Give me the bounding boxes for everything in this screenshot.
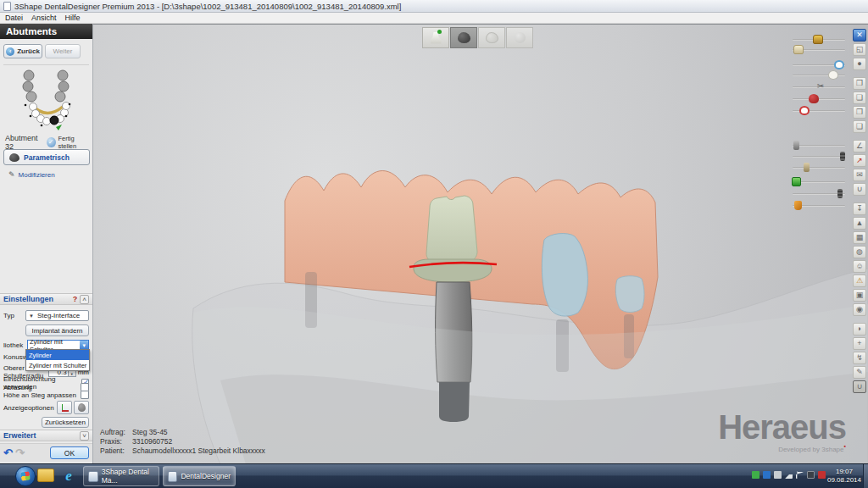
ok-button[interactable]: OK <box>50 446 89 459</box>
cut-tool-visibility-slider[interactable] <box>791 82 847 92</box>
warning-icon[interactable]: ⚠ <box>853 274 866 287</box>
selected-tooth-32-icon[interactable] <box>50 116 58 125</box>
implant-tan-visibility-slider[interactable] <box>791 163 847 173</box>
finish-label[interactable]: Fertig stellen <box>58 135 91 150</box>
clock[interactable]: 19:07 09.08.2014 <box>827 468 861 485</box>
finish-check-icon[interactable]: ✓ <box>47 137 56 147</box>
dropdown-option-zylinder-schulter[interactable]: Zylinder mit Schulter <box>26 360 89 370</box>
abutments-step-button[interactable] <box>422 27 449 48</box>
camera-icon[interactable]: ◉ <box>853 303 866 316</box>
menu-ansicht[interactable]: Ansicht <box>31 14 57 22</box>
parametric-button[interactable]: Parametrisch <box>3 149 90 165</box>
display-icon[interactable] <box>807 471 815 479</box>
notification-icon[interactable] <box>818 471 826 479</box>
tooth-red-visibility-slider[interactable] <box>791 94 847 104</box>
bluetooth-icon[interactable] <box>763 471 771 479</box>
measure-distance-icon[interactable]: ∠ <box>853 140 866 152</box>
collar-icon[interactable]: ◍ <box>853 246 866 258</box>
tooth-arch-diagram[interactable] <box>7 68 85 130</box>
fullscreen-icon[interactable]: ◱ <box>853 43 866 56</box>
3d-viewport[interactable]: ✕ ◱ ● ❐ ❏ ❐ ❏ ∠ ↗ ✉ ∪ ↧ ▲ ▦ ◍ ☺ ⚠ ▣ ◉ ◗ … <box>93 24 868 463</box>
back-button[interactable]: ‹ Zurück <box>3 44 42 58</box>
view-layout-2-icon[interactable]: ❏ <box>853 92 866 104</box>
tooth-blue-outline-icon[interactable] <box>834 60 844 69</box>
view-layout-3-icon[interactable]: ❐ <box>853 106 866 119</box>
tooth-outline-icon[interactable]: ∪ <box>853 183 866 196</box>
tooth-display-button[interactable] <box>74 401 89 414</box>
implant-screw-icon[interactable]: ↧ <box>853 202 866 215</box>
explorer-button[interactable] <box>37 469 54 482</box>
3d-scene[interactable] <box>93 25 868 463</box>
modify-link[interactable]: ✎ Modifizieren <box>8 170 55 179</box>
implant-green-visibility-slider[interactable] <box>791 177 847 187</box>
view-layout-4-icon[interactable]: ❏ <box>853 120 866 133</box>
crown-gold-visibility-slider[interactable] <box>791 35 847 45</box>
crown-gold-icon[interactable] <box>813 35 823 44</box>
abutment-right-blue[interactable] <box>542 234 587 317</box>
finish-step-button[interactable] <box>506 27 533 48</box>
next-button[interactable]: Weiter <box>45 44 81 58</box>
start-button[interactable] <box>15 466 36 486</box>
usb-icon[interactable] <box>774 471 782 479</box>
implant-tan-icon[interactable] <box>804 163 810 172</box>
patient-icon[interactable]: ☺ <box>853 260 866 273</box>
screw-dark-icon[interactable] <box>840 152 845 161</box>
change-implant-button[interactable]: Implantat ändern <box>25 324 89 336</box>
help-icon[interactable]: ? <box>73 295 78 303</box>
measure-angle-icon[interactable]: ↗ <box>853 154 866 167</box>
tray-app-icon[interactable] <box>752 471 760 479</box>
abutment-right-small-blue[interactable] <box>615 276 644 313</box>
redo-button[interactable]: ↷ <box>15 446 25 459</box>
view-layout-1-icon[interactable]: ❐ <box>853 77 866 90</box>
browser-button[interactable]: e <box>61 469 76 484</box>
screw-dark2-icon[interactable] <box>837 189 843 198</box>
move-arrows-icon[interactable]: + <box>853 337 866 350</box>
tooth-white-visibility-slider[interactable] <box>791 70 847 80</box>
orbit-icon[interactable]: ● <box>853 58 866 70</box>
tooth-red-outline-visibility-slider[interactable] <box>791 106 847 116</box>
tooth-white-icon[interactable] <box>828 70 838 80</box>
collapse-icon[interactable]: ˄ <box>80 295 89 304</box>
screw-dark2-visibility-slider[interactable] <box>791 189 847 199</box>
taskbar-app-dentaldesigner[interactable]: DentalDesigner <box>163 466 236 486</box>
implant-gray-visibility-slider[interactable] <box>791 141 847 151</box>
menu-hilfe[interactable]: Hilfe <box>65 14 81 22</box>
bar-frame-step-button[interactable] <box>450 27 477 48</box>
wireframe-icon[interactable]: ▦ <box>853 231 866 244</box>
brush-orange-visibility-slider[interactable] <box>791 201 847 211</box>
show-desktop-button[interactable] <box>863 464 868 488</box>
annotation-icon[interactable]: ✉ <box>853 169 866 181</box>
undo-button[interactable]: ↶ <box>3 446 13 459</box>
crown-step-button[interactable] <box>478 27 505 48</box>
axis-display-button[interactable] <box>57 401 72 414</box>
title-bar[interactable]: 3Shape DentalDesigner Premium 2013 - [D:… <box>0 0 868 13</box>
action-center-icon[interactable] <box>796 471 804 479</box>
network-icon[interactable] <box>785 471 793 479</box>
tooth-blue-outline-visibility-slider[interactable] <box>791 60 847 70</box>
tooth-red-outline-icon[interactable] <box>799 106 810 115</box>
paint-icon[interactable]: ✎ <box>853 366 866 379</box>
typ-dropdown[interactable]: ▼ Steg-Interface <box>25 310 89 321</box>
connector-icon[interactable]: ↯ <box>853 352 866 364</box>
hoehe-checkbox[interactable] <box>81 391 89 399</box>
tooth-red-icon[interactable] <box>809 94 819 103</box>
praxis-label: Praxis: <box>100 437 132 446</box>
tooth-dark-icon[interactable]: ◗ <box>853 323 866 336</box>
crown-cream-icon[interactable] <box>793 45 804 54</box>
taskbar-app-dental-manager[interactable]: 3Shape Dental Ma... <box>83 466 159 486</box>
preview-icon[interactable]: ▣ <box>853 289 866 302</box>
menu-datei[interactable]: Datei <box>5 14 23 22</box>
dropdown-option-zylinder[interactable]: Zylinder <box>26 350 89 360</box>
settings-header[interactable]: Einstellungen ? ˄ <box>0 293 92 305</box>
scissors-icon[interactable] <box>816 82 826 92</box>
close-icon[interactable]: ✕ <box>853 29 866 42</box>
crown-cream-visibility-slider[interactable] <box>791 45 847 55</box>
brush-orange-icon[interactable] <box>794 201 802 210</box>
implant-green-icon[interactable] <box>792 177 801 186</box>
reset-button[interactable]: Zurücksetzen <box>42 417 89 428</box>
implant-gray-icon[interactable] <box>793 141 799 150</box>
tooth-selected-icon[interactable]: ∪ <box>853 380 866 393</box>
advanced-header[interactable]: Erweitert ˅ <box>0 430 92 441</box>
model-surface-icon[interactable]: ▲ <box>853 217 866 230</box>
screw-dark-visibility-slider[interactable] <box>791 152 847 162</box>
